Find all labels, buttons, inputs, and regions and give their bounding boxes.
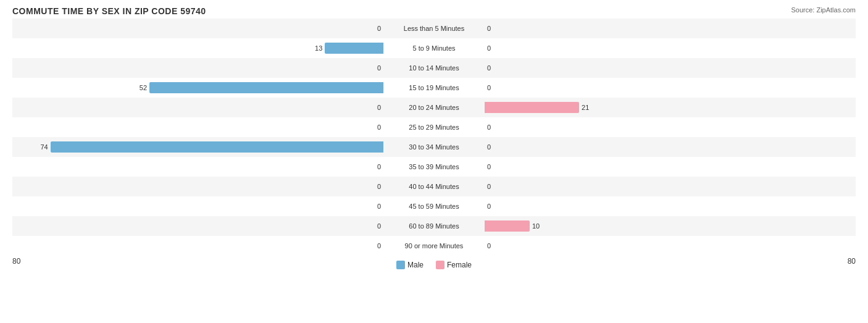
left-bar-container: 52 <box>12 78 385 98</box>
legend-male-label: Male <box>407 261 424 269</box>
male-value: 52 <box>135 84 147 91</box>
chart-row: 090 or more Minutes0 <box>12 236 856 256</box>
right-bar-container: 0 <box>483 236 856 256</box>
chart-row: 7430 to 34 Minutes0 <box>12 137 856 157</box>
row-label: 10 to 14 Minutes <box>385 64 483 72</box>
female-value: 0 <box>487 183 499 190</box>
female-value: 0 <box>487 203 499 210</box>
row-label: 40 to 44 Minutes <box>385 183 483 190</box>
row-label: 20 to 24 Minutes <box>385 104 483 111</box>
female-value: 0 <box>487 143 499 151</box>
chart-row: 025 to 29 Minutes0 <box>12 117 856 137</box>
right-bar-container: 10 <box>483 216 856 236</box>
legend: Male Female <box>396 261 472 269</box>
row-label: 5 to 9 Minutes <box>385 44 483 52</box>
chart-title: COMMUTE TIME BY SEX IN ZIP CODE 59740 <box>12 6 856 16</box>
right-bar-container: 0 <box>483 78 856 98</box>
row-label: 45 to 59 Minutes <box>385 203 483 210</box>
chart-row: 040 to 44 Minutes0 <box>12 177 856 196</box>
row-label: 15 to 19 Minutes <box>385 84 483 91</box>
chart-row: 010 to 14 Minutes0 <box>12 58 856 78</box>
left-bar-container: 0 <box>12 19 385 38</box>
female-value: 0 <box>487 64 499 72</box>
row-label: 60 to 89 Minutes <box>385 222 483 230</box>
female-bar <box>485 102 579 113</box>
row-label: 25 to 29 Minutes <box>385 124 483 131</box>
male-bar <box>149 82 383 93</box>
female-value: 0 <box>487 25 499 32</box>
male-bar <box>325 43 383 54</box>
chart-row: 035 to 39 Minutes0 <box>12 157 856 177</box>
chart-row: 0Less than 5 Minutes0 <box>12 19 856 38</box>
legend-male: Male <box>396 261 424 269</box>
male-value: 0 <box>369 25 381 32</box>
male-value: 0 <box>369 64 381 72</box>
chart-row: 020 to 24 Minutes21 <box>12 98 856 117</box>
chart-wrapper: 0Less than 5 Minutes0135 to 9 Minutes001… <box>12 19 856 256</box>
row-label: Less than 5 Minutes <box>385 25 483 32</box>
chart-container: COMMUTE TIME BY SEX IN ZIP CODE 59740 So… <box>0 0 868 323</box>
female-value: 0 <box>487 163 499 170</box>
left-bar-container: 0 <box>12 216 385 236</box>
right-bar-container: 0 <box>483 38 856 58</box>
left-bar-container: 0 <box>12 117 385 137</box>
axis-right: 80 <box>848 257 856 269</box>
female-swatch <box>436 261 444 269</box>
male-value: 0 <box>369 242 381 250</box>
right-bar-container: 0 <box>483 196 856 216</box>
male-value: 0 <box>369 163 381 170</box>
male-swatch <box>396 261 405 269</box>
male-value: 13 <box>310 44 322 52</box>
legend-female: Female <box>436 261 472 269</box>
male-bar <box>51 141 383 153</box>
row-label: 90 or more Minutes <box>385 242 483 250</box>
male-value: 0 <box>369 222 381 230</box>
left-bar-container: 0 <box>12 196 385 216</box>
left-bar-container: 74 <box>12 137 385 157</box>
female-bar <box>485 220 530 232</box>
female-value: 0 <box>487 242 499 250</box>
left-bar-container: 0 <box>12 58 385 78</box>
male-value: 0 <box>369 183 381 190</box>
right-bar-container: 0 <box>483 117 856 137</box>
right-bar-container: 0 <box>483 19 856 38</box>
female-value: 0 <box>487 44 499 52</box>
left-bar-container: 0 <box>12 177 385 196</box>
row-label: 35 to 39 Minutes <box>385 163 483 170</box>
male-value: 0 <box>369 203 381 210</box>
source-label: Source: ZipAtlas.com <box>791 6 856 14</box>
legend-female-label: Female <box>447 261 472 269</box>
male-value: 0 <box>369 104 381 111</box>
axis-left: 80 <box>12 257 20 269</box>
chart-row: 045 to 59 Minutes0 <box>12 196 856 216</box>
right-bar-container: 0 <box>483 137 856 157</box>
male-value: 0 <box>369 124 381 131</box>
female-value: 10 <box>532 222 545 230</box>
left-bar-container: 13 <box>12 38 385 58</box>
row-label: 30 to 34 Minutes <box>385 143 483 151</box>
chart-row: 5215 to 19 Minutes0 <box>12 78 856 98</box>
female-value: 0 <box>487 124 499 131</box>
right-bar-container: 0 <box>483 157 856 177</box>
female-value: 21 <box>582 104 594 111</box>
axis-labels: 80 Male Female 80 <box>12 257 856 269</box>
right-bar-container: 21 <box>483 98 856 117</box>
right-bar-container: 0 <box>483 177 856 196</box>
left-bar-container: 0 <box>12 157 385 177</box>
male-value: 74 <box>36 143 48 151</box>
left-bar-container: 0 <box>12 236 385 256</box>
right-bar-container: 0 <box>483 58 856 78</box>
chart-row: 135 to 9 Minutes0 <box>12 38 856 58</box>
left-bar-container: 0 <box>12 98 385 117</box>
female-value: 0 <box>487 84 499 91</box>
chart-row: 060 to 89 Minutes10 <box>12 216 856 236</box>
